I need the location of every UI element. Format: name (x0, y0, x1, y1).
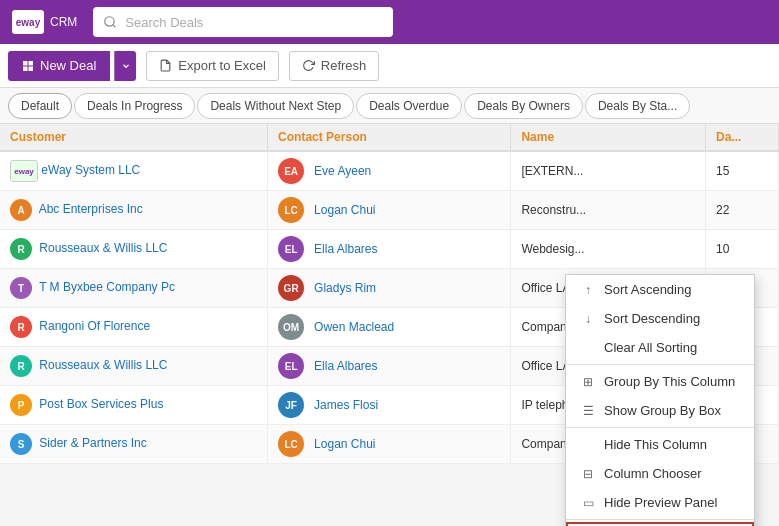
contact-name-link[interactable]: James Flosi (314, 398, 378, 412)
col-header-customer[interactable]: Customer (0, 124, 268, 151)
customer-cell: S Sider & Partners Inc (0, 425, 268, 464)
app-header: eway CRM Search Deals (0, 0, 779, 44)
customer-cell: R Rangoni Of Florence (0, 308, 268, 347)
deal-name-cell: Webdesig... (511, 230, 706, 269)
customer-name-link[interactable]: Abc Enterprises Inc (39, 202, 143, 216)
customer-name-link[interactable]: Sider & Partners Inc (39, 436, 146, 450)
svg-point-0 (105, 17, 114, 26)
contact-name-link[interactable]: Owen Maclead (314, 320, 394, 334)
hide-preview-icon: ▭ (580, 496, 596, 510)
contact-avatar: EA (278, 158, 304, 184)
contact-name-link[interactable]: Ella Albares (314, 242, 377, 256)
customer-avatar: A (10, 199, 32, 221)
table-container: Customer Contact Person Name Da... eway … (0, 124, 779, 526)
contact-cell: LCLogan Chui (268, 191, 511, 230)
customer-cell: A Abc Enterprises Inc (0, 191, 268, 230)
sort-descending-label: Sort Descending (604, 311, 700, 326)
date-cell: 10 (706, 230, 779, 269)
customer-name-link[interactable]: Post Box Services Plus (39, 397, 163, 411)
sort-ascending-item[interactable]: ↑ Sort Ascending (566, 275, 754, 304)
divider-3 (566, 519, 754, 520)
hide-column-item[interactable]: Hide This Column (566, 430, 754, 459)
col-header-date[interactable]: Da... (706, 124, 779, 151)
chevron-down-icon (121, 61, 131, 71)
column-chooser-label: Column Chooser (604, 466, 702, 481)
tab-default[interactable]: Default (8, 93, 72, 119)
customer-name-link[interactable]: Rousseaux & Willis LLC (39, 358, 167, 372)
customer-name-link[interactable]: Rangoni Of Florence (39, 319, 150, 333)
contact-cell: OMOwen Maclead (268, 308, 511, 347)
contact-name-link[interactable]: Logan Chui (314, 437, 375, 451)
date-cell: 22 (706, 191, 779, 230)
sort-descending-item[interactable]: ↓ Sort Descending (566, 304, 754, 333)
tab-in-progress[interactable]: Deals In Progress (74, 93, 195, 119)
hide-preview-label: Hide Preview Panel (604, 495, 717, 510)
contact-cell: JFJames Flosi (268, 386, 511, 425)
show-group-box-item[interactable]: ☰ Show Group By Box (566, 396, 754, 425)
tab-without-next-step[interactable]: Deals Without Next Step (197, 93, 354, 119)
contact-name-link[interactable]: Gladys Rim (314, 281, 376, 295)
group-by-column-item[interactable]: ⊞ Group By This Column (566, 367, 754, 396)
eway-logo-badge: eway (10, 160, 38, 182)
contact-avatar: OM (278, 314, 304, 340)
customer-avatar: R (10, 355, 32, 377)
toolbar: New Deal Export to Excel Refresh (0, 44, 779, 88)
export-icon (159, 59, 172, 72)
search-placeholder: Search Deals (125, 15, 203, 30)
contact-avatar: EL (278, 236, 304, 262)
contact-avatar: JF (278, 392, 304, 418)
svg-rect-3 (29, 61, 34, 66)
refresh-icon (302, 59, 315, 72)
contact-cell: GRGladys Rim (268, 269, 511, 308)
export-button[interactable]: Export to Excel (146, 51, 278, 81)
search-icon (103, 15, 117, 29)
new-deal-dropdown-button[interactable] (114, 51, 136, 81)
svg-rect-2 (23, 61, 28, 66)
table-row: R Rousseaux & Willis LLCELElla AlbaresWe… (0, 230, 779, 269)
tab-overdue[interactable]: Deals Overdue (356, 93, 462, 119)
contact-cell: ELElla Albares (268, 347, 511, 386)
table-header-row: Customer Contact Person Name Da... (0, 124, 779, 151)
contact-avatar: LC (278, 431, 304, 457)
customer-name-link[interactable]: eWay System LLC (41, 163, 140, 177)
sort-ascending-label: Sort Ascending (604, 282, 691, 297)
clear-sorting-item[interactable]: Clear All Sorting (566, 333, 754, 362)
contact-cell: EAEve Ayeen (268, 151, 511, 191)
customer-avatar: S (10, 433, 32, 455)
filter-editor-item[interactable]: ☰ Filter Editor (566, 522, 754, 526)
show-group-icon: ☰ (580, 404, 596, 418)
contact-name-link[interactable]: Eve Ayeen (314, 164, 371, 178)
group-col-icon: ⊞ (580, 375, 596, 389)
customer-cell: P Post Box Services Plus (0, 386, 268, 425)
customer-cell: R Rousseaux & Willis LLC (0, 230, 268, 269)
search-bar[interactable]: Search Deals (93, 7, 393, 37)
customer-name-link[interactable]: Rousseaux & Willis LLC (39, 241, 167, 255)
divider-1 (566, 364, 754, 365)
new-deal-button[interactable]: New Deal (8, 51, 110, 81)
contact-cell: LCLogan Chui (268, 425, 511, 464)
date-cell: 15 (706, 151, 779, 191)
contact-cell: ELElla Albares (268, 230, 511, 269)
refresh-button[interactable]: Refresh (289, 51, 380, 81)
customer-avatar: R (10, 238, 32, 260)
col-header-name[interactable]: Name (511, 124, 706, 151)
context-menu: ↑ Sort Ascending ↓ Sort Descending Clear… (565, 274, 755, 526)
col-header-contact[interactable]: Contact Person (268, 124, 511, 151)
column-chooser-item[interactable]: ⊟ Column Chooser (566, 459, 754, 488)
tab-by-owners[interactable]: Deals By Owners (464, 93, 583, 119)
customer-name-link[interactable]: T M Byxbee Company Pc (39, 280, 175, 294)
customer-avatar: R (10, 316, 32, 338)
show-group-box-label: Show Group By Box (604, 403, 721, 418)
contact-avatar: GR (278, 275, 304, 301)
tab-by-stage[interactable]: Deals By Sta... (585, 93, 690, 119)
col-chooser-icon: ⊟ (580, 467, 596, 481)
hide-preview-item[interactable]: ▭ Hide Preview Panel (566, 488, 754, 517)
hide-column-label: Hide This Column (604, 437, 707, 452)
sort-asc-icon: ↑ (580, 283, 596, 297)
contact-avatar: LC (278, 197, 304, 223)
customer-avatar: P (10, 394, 32, 416)
contact-name-link[interactable]: Ella Albares (314, 359, 377, 373)
contact-name-link[interactable]: Logan Chui (314, 203, 375, 217)
customer-cell: eway eWay System LLC (0, 151, 268, 191)
contact-avatar: EL (278, 353, 304, 379)
